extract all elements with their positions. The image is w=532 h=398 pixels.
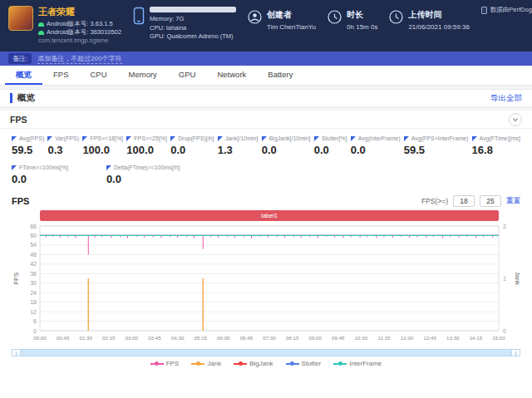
person-icon — [248, 10, 262, 24]
accent-bar — [10, 93, 12, 103]
overview-title: 概览 — [10, 92, 35, 104]
device-gpu: GPU: Qualcomm Adreno (TM) — [150, 32, 236, 42]
tab-Network[interactable]: Network — [206, 66, 257, 85]
stat-marker-icon — [12, 165, 17, 170]
perfdog-report: 王者荣耀 Android版本号: 3.63.1.5 Android版本号: 36… — [0, 0, 532, 398]
stat-marker-icon — [351, 136, 356, 141]
stat-Avg(FPS+InterFrame): Avg(FPS+InterFrame)59.5 — [404, 135, 469, 156]
stat-value: 0.0 — [314, 144, 347, 156]
collect-info-text: 数据由PerfDog(5.1.210204)版本采集 — [490, 6, 532, 14]
android-version: Android版本号: 3.63.1.5 — [47, 20, 113, 28]
stat-value: 0.0 — [351, 144, 401, 156]
svg-text:15:00: 15:00 — [492, 335, 505, 341]
fps-panel-header: FPS — [0, 111, 532, 129]
fps-threshold-low-input[interactable] — [453, 195, 475, 207]
svg-text:09:00: 09:00 — [308, 335, 322, 341]
game-title: 王者荣耀 — [38, 6, 121, 18]
game-meta: 王者荣耀 Android版本号: 3.63.1.5 Android版本号: 36… — [38, 6, 121, 45]
remark-input[interactable]: 添加备注，不超过200个字符 — [37, 54, 121, 64]
stat-marker-icon — [12, 136, 17, 141]
scrollbar-left-grip[interactable]: || — [12, 349, 21, 356]
stat-Var(FPS): Var(FPS)0.3 — [47, 135, 79, 156]
android-icon — [38, 22, 44, 27]
chart-header: FPS FPS(>=) 重置 — [12, 192, 520, 210]
reset-button[interactable]: 重置 — [506, 196, 520, 206]
svg-text:12: 12 — [30, 309, 37, 315]
stat-Jank[/10min]: Jank[/10min]1.3 — [218, 135, 259, 156]
legend-item-BigJank[interactable]: BigJank — [234, 360, 273, 367]
fps-threshold-high-input[interactable] — [480, 195, 501, 207]
banner-label: label1 — [261, 212, 278, 219]
legend-item-FPS[interactable]: FPS — [150, 360, 180, 367]
duration-label: 时长 — [347, 9, 377, 21]
svg-text:1: 1 — [503, 276, 506, 282]
stats-section: Avg(FPS)59.5Var(FPS)0.3FPS>=18[%]100.0FP… — [0, 129, 532, 190]
stat-value: 59.5 — [404, 144, 469, 156]
svg-text:0: 0 — [33, 328, 37, 334]
device-name-redacted — [150, 7, 236, 12]
svg-text:00:45: 00:45 — [57, 335, 70, 341]
stat-value: 16.8 — [472, 144, 520, 156]
tab-概览[interactable]: 概览 — [5, 66, 42, 85]
stats-row-1: Avg(FPS)59.5Var(FPS)0.3FPS>=18[%]100.0FP… — [12, 135, 520, 156]
tab-Battery[interactable]: Battery — [257, 66, 303, 85]
stat-FPS>=18[%]: FPS>=18[%]100.0 — [82, 135, 123, 156]
svg-text:04:30: 04:30 — [171, 335, 185, 341]
package-name: com.tencent.tmgp.sgame — [38, 37, 121, 45]
upload-time-label: 上传时间 — [408, 9, 469, 21]
legend-item-InterFrame[interactable]: InterFrame — [333, 360, 382, 367]
legend-marker-icon — [234, 363, 247, 365]
legend-label: Stutter — [302, 360, 322, 367]
tab-CPU[interactable]: CPU — [79, 66, 117, 85]
chevron-down-icon — [511, 115, 520, 124]
clock-icon — [328, 10, 342, 24]
svg-text:14:15: 14:15 — [470, 335, 483, 341]
stat-value: 0.0 — [170, 144, 214, 156]
stat-marker-icon — [472, 136, 477, 141]
svg-text:03:00: 03:00 — [126, 335, 139, 341]
stat-value: 0.0 — [106, 173, 180, 185]
export-all-link[interactable]: 导出全部 — [490, 93, 522, 104]
tab-FPS[interactable]: FPS — [42, 66, 79, 85]
svg-text:FPS: FPS — [12, 273, 20, 285]
android-version-line: Android版本号: 3.63.1.5 — [38, 20, 121, 28]
game-info: 王者荣耀 Android版本号: 3.63.1.5 Android版本号: 36… — [8, 6, 121, 45]
android-icon — [38, 31, 44, 35]
legend-item-Jank[interactable]: Jank — [191, 360, 221, 367]
remark-label: 备注: — [8, 53, 32, 64]
scrollbar-track[interactable] — [21, 349, 511, 356]
stat-value: 100.0 — [82, 144, 123, 156]
svg-text:42: 42 — [30, 261, 37, 267]
svg-text:06:45: 06:45 — [240, 335, 254, 341]
stat-FPS>=25[%]: FPS>=25[%]100.0 — [126, 135, 167, 156]
legend-item-Stutter[interactable]: Stutter — [286, 360, 322, 367]
stat-value: 0.3 — [47, 144, 79, 156]
chart-title: FPS — [12, 196, 29, 206]
svg-text:12:45: 12:45 — [423, 335, 436, 341]
device-memory: Memory: 7G — [150, 15, 236, 24]
svg-text:08:15: 08:15 — [286, 335, 299, 341]
header-right: 数据由PerfDog(5.1.210204)版本采集 返回 — [481, 6, 532, 36]
remark-bar: 备注: 添加备注，不超过200个字符 — [0, 52, 532, 66]
tab-GPU[interactable]: GPU — [168, 66, 207, 85]
game-avatar — [8, 6, 33, 31]
stat-marker-icon — [314, 136, 319, 141]
collapse-button[interactable] — [509, 113, 522, 126]
legend-label: Jank — [207, 360, 221, 367]
upload-time-block: 上传时间 21/06/2021 09:59:36 — [389, 6, 469, 31]
svg-text:60: 60 — [30, 233, 37, 238]
chart-scrollbar[interactable]: || || — [12, 349, 520, 356]
scrollbar-right-grip[interactable]: || — [511, 349, 520, 356]
svg-text:10:30: 10:30 — [355, 335, 368, 341]
svg-text:0: 0 — [503, 328, 506, 334]
stat-Stutter[%]: Stutter[%]0.0 — [314, 135, 347, 156]
creator-block: 创建者 Tim ChenTianYu — [248, 6, 316, 31]
svg-text:05:15: 05:15 — [194, 335, 207, 341]
stat-marker-icon — [47, 136, 52, 141]
android-build-line: Android版本号: 363010502 — [38, 28, 121, 37]
stat-marker-icon — [262, 136, 267, 141]
svg-text:01:30: 01:30 — [79, 335, 92, 341]
tab-Memory[interactable]: Memory — [118, 66, 168, 85]
legend-marker-icon — [286, 363, 299, 365]
top-header: 王者荣耀 Android版本号: 3.63.1.5 Android版本号: 36… — [0, 0, 532, 52]
